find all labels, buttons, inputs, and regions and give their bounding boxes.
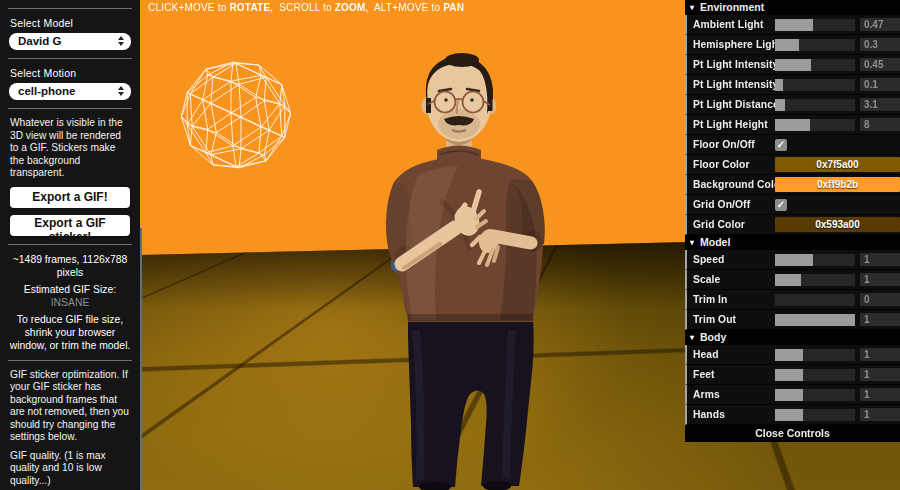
slider-row-hemisphere-light: Hemisphere Light0.3 [685,35,900,55]
control-label: Arms [693,389,775,400]
slider-speed[interactable] [775,254,855,266]
color-row-grid-color: Grid Color0x593a00 [685,215,900,235]
value-box-speed[interactable]: 1 [860,253,900,266]
size-value: INSANE [51,297,90,308]
instruction-segment: , SCROLL to [270,2,334,13]
control-label: Pt Light Intensity R [693,79,775,90]
control-label: Floor On/Off [693,139,775,150]
color-swatch-grid-color[interactable]: 0x593a00 [775,217,900,232]
motion-select-value: cell-phone [18,85,76,97]
control-label: Floor Color [693,159,775,170]
control-label: Scale [693,274,775,285]
slider-trim-out[interactable] [775,314,855,326]
instruction-segment: CLICK+MOVE to [148,2,229,13]
control-label: Speed [693,254,775,265]
dat-gui-panel: ▾EnvironmentAmbient Light0.47Hemisphere … [685,0,900,442]
folder-header-model[interactable]: ▾Model [685,235,900,250]
model-select-value: David G [18,35,61,47]
slider-trim-in[interactable] [775,294,855,306]
divider [8,58,132,59]
value-box-hands[interactable]: 1 [860,408,900,421]
slider-fill [775,79,783,91]
value-box-pt-light-intensity-l[interactable]: 0.45 [860,58,900,71]
instruction-segment: PAN [443,2,464,13]
slider-row-feet: Feet1 [685,365,900,385]
slider-row-pt-light-height: Pt Light Height8 [685,115,900,135]
export-gif-sticker-button[interactable]: Export a GIF sticker! [10,215,130,236]
viewport-instructions: CLICK+MOVE to ROTATE, SCROLL to ZOOM, AL… [148,2,464,13]
slider-row-pt-light-distance: Pt Light Distance3.1 [685,95,900,115]
folder-header-environment[interactable]: ▾Environment [685,0,900,15]
select-model-label: Select Model [10,17,130,29]
motion-select[interactable]: cell-phone [9,83,131,100]
slider-fill [775,389,803,401]
slider-pt-light-height[interactable] [775,119,855,131]
export-gif-button[interactable]: Export a GIF! [10,187,130,208]
color-swatch-background-color[interactable]: 0xff9b2b [775,177,900,192]
checkbox-row-floor-on-off: Floor On/Off✓ [685,135,900,155]
value-box-trim-out[interactable]: 1 [860,313,900,326]
checkbox-grid-on-off[interactable]: ✓ [775,199,787,211]
slider-hemisphere-light[interactable] [775,39,855,51]
slider-arms[interactable] [775,389,855,401]
folder-label: Model [700,236,730,248]
slider-row-pt-light-intensity-r: Pt Light Intensity R0.1 [685,75,900,95]
folder-arrow-icon: ▾ [690,330,694,345]
reduce-note: To reduce GIF file size, shrink your bro… [6,313,134,352]
control-label: Hemisphere Light [693,39,775,50]
slider-feet[interactable] [775,369,855,381]
slider-head[interactable] [775,349,855,361]
estimated-size: Estimated GIF Size: INSANE [6,283,134,309]
control-label: Background Color [693,179,775,190]
control-label: Head [693,349,775,360]
optimization-note: GIF sticker optimization. If your GIF st… [10,369,130,444]
model-select[interactable]: David G [9,33,131,50]
slider-row-hands: Hands1 [685,405,900,425]
value-box-hemisphere-light[interactable]: 0.3 [860,38,900,51]
value-box-ambient-light[interactable]: 0.47 [860,18,900,31]
instruction-segment: ZOOM [335,2,366,13]
color-row-background-color: Background Color0xff9b2b [685,175,900,195]
divider [8,108,132,109]
slider-fill [775,59,811,71]
control-label: Grid On/Off [693,199,775,210]
slider-row-speed: Speed1 [685,250,900,270]
slider-pt-light-intensity-l[interactable] [775,59,855,71]
divider [8,8,132,9]
instruction-segment: ROTATE [229,2,270,13]
instruction-segment: , ALT+MOVE to [366,2,444,13]
slider-pt-light-intensity-r[interactable] [775,79,855,91]
value-box-pt-light-height[interactable]: 8 [860,118,900,131]
value-box-trim-in[interactable]: 0 [860,293,900,306]
value-box-scale[interactable]: 1 [860,273,900,286]
slider-row-arms: Arms1 [685,385,900,405]
value-box-pt-light-distance[interactable]: 3.1 [860,98,900,111]
control-label: Trim In [693,294,775,305]
value-box-pt-light-intensity-r[interactable]: 0.1 [860,78,900,91]
folder-header-body[interactable]: ▾Body [685,330,900,345]
slider-fill [775,409,803,421]
slider-ambient-light[interactable] [775,19,855,31]
slider-fill [775,314,855,326]
color-swatch-floor-color[interactable]: 0x7f5a00 [775,157,900,172]
divider [8,244,132,245]
select-updown-icon [118,86,124,96]
close-controls-button[interactable]: Close Controls [685,425,900,442]
slider-scale[interactable] [775,274,855,286]
slider-hands[interactable] [775,409,855,421]
select-motion-label: Select Motion [10,67,130,79]
slider-pt-light-distance[interactable] [775,99,855,111]
control-label: Trim Out [693,314,775,325]
value-box-head[interactable]: 1 [860,348,900,361]
checkbox-floor-on-off[interactable]: ✓ [775,139,787,151]
slider-fill [775,369,803,381]
control-label: Feet [693,369,775,380]
value-box-arms[interactable]: 1 [860,388,900,401]
control-label: Ambient Light [693,19,775,30]
folder-arrow-icon: ▾ [690,0,694,15]
folder-label: Body [700,331,726,343]
quality-label: GIF quality. (1 is max quality and 10 is… [10,450,130,488]
checkbox-row-grid-on-off: Grid On/Off✓ [685,195,900,215]
control-label: Grid Color [693,219,775,230]
value-box-feet[interactable]: 1 [860,368,900,381]
